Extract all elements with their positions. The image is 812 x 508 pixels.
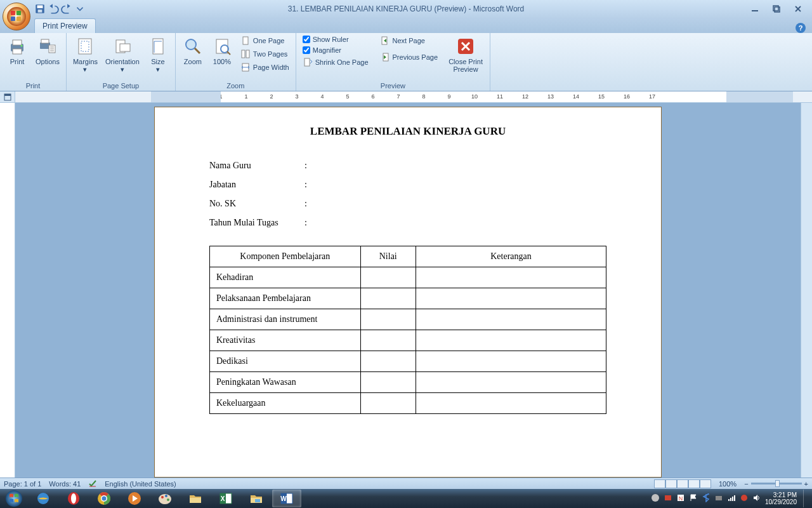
tray-bluetooth-icon[interactable] [702,493,710,504]
svg-rect-35 [4,94,11,96]
options-button[interactable]: Options [33,34,62,67]
svg-point-67 [161,496,164,498]
tray-icon[interactable] [651,493,660,504]
doc-heading: LEMBAR PENILAIAN KINERJA GURU [209,125,606,138]
page: LEMBAR PENILAIAN KINERJA GURU Nama Guru:… [154,107,662,478]
status-words[interactable]: Words: 41 [49,480,81,488]
tray-icon[interactable] [740,493,749,504]
quick-access-toolbar [34,3,86,15]
zoom-out-button[interactable]: − [744,480,748,488]
svg-rect-80 [665,495,671,500]
table-row: Kekeluargaan [210,393,606,414]
view-print-layout[interactable] [654,479,665,488]
svg-rect-21 [120,44,130,51]
zoom-level[interactable]: 100% [719,480,737,488]
svg-rect-30 [304,58,310,66]
svg-point-23 [186,39,196,50]
zoom-in-button[interactable]: + [804,480,808,488]
help-button[interactable]: ? [796,23,806,33]
tray-volume-icon[interactable] [752,493,761,504]
two-pages-button[interactable]: Two Pages [238,48,292,60]
zoom-100-button[interactable]: 100% [209,34,235,67]
show-desktop-button[interactable] [803,490,808,507]
status-bar: Page: 1 of 1 Words: 41 English (United S… [0,478,812,489]
svg-point-59 [71,493,76,504]
field-row: No. SK: [209,199,606,209]
svg-text:8: 8 [422,93,425,100]
table-row: Dedikasi [210,351,606,372]
print-button[interactable]: Print [4,34,30,67]
svg-rect-10 [775,7,780,12]
shrink-one-page-button[interactable]: Shrink One Page [300,56,371,69]
show-ruler-checkbox[interactable]: Show Ruler [300,34,371,44]
minimize-button[interactable] [747,4,763,14]
field-row: Jabatan: [209,180,606,190]
svg-text:N: N [679,495,683,502]
zoom-slider[interactable]: − + [744,480,808,488]
orientation-button[interactable]: Orientation▾ [103,34,142,75]
svg-rect-27 [242,50,245,58]
svg-point-66 [159,494,171,504]
redo-icon[interactable] [61,3,72,15]
taskbar-opera[interactable] [59,490,88,507]
maximize-button[interactable] [769,4,784,14]
ruler-corner[interactable] [0,91,15,102]
svg-text:X: X [221,495,225,502]
tab-print-preview[interactable]: Print Preview [34,18,96,33]
office-button[interactable] [3,3,30,30]
svg-rect-70 [190,498,201,503]
view-web-layout[interactable] [677,479,688,488]
taskbar-media-player[interactable] [120,490,149,507]
view-outline[interactable] [688,479,700,488]
view-full-screen[interactable] [665,479,677,488]
next-page-button[interactable]: Next Page [377,34,441,47]
magnifier-checkbox[interactable]: Magnifier [300,45,371,55]
group-zoom: Zoom 100% One Page Two Pages Page Width … [176,33,296,91]
svg-text:5: 5 [346,93,349,100]
tray-icon[interactable] [714,493,723,504]
tray-flag-icon[interactable] [689,493,698,504]
zoom-button[interactable]: Zoom [180,34,206,67]
vertical-ruler[interactable] [0,103,15,478]
taskbar-excel[interactable]: X [211,490,240,507]
taskbar-folder[interactable] [181,490,210,507]
horizontal-ruler[interactable]: 321 1234567891011121314151617 [151,91,793,102]
view-draft[interactable] [700,479,711,488]
group-print: Print Options Print [0,33,67,91]
status-language[interactable]: English (United States) [105,480,176,488]
svg-point-64 [102,497,107,501]
taskbar-explorer[interactable] [242,490,271,507]
margins-button[interactable]: Margins▾ [70,34,100,75]
svg-rect-12 [13,40,22,45]
undo-icon[interactable] [48,3,59,15]
tray-icon[interactable]: N [676,493,685,504]
close-preview-button[interactable]: Close Print Preview [445,34,486,75]
document-area: LEMBAR PENILAIAN KINERJA GURU Nama Guru:… [0,103,812,478]
svg-text:9: 9 [447,93,450,100]
one-page-button[interactable]: One Page [238,34,292,47]
close-button[interactable] [790,4,806,14]
svg-text:16: 16 [624,93,630,100]
proofing-icon[interactable] [88,479,97,489]
vertical-scrollbar[interactable] [801,103,812,478]
window-buttons [747,4,812,14]
tray-network-icon[interactable] [727,493,736,504]
svg-text:6: 6 [371,93,374,100]
taskbar-word[interactable]: W [272,490,301,507]
page-width-button[interactable]: Page Width [238,61,292,74]
svg-rect-16 [41,39,49,43]
size-button[interactable]: Size▾ [145,34,171,75]
taskbar-chrome[interactable] [89,490,119,507]
status-page[interactable]: Page: 1 of 1 [4,480,41,488]
svg-rect-8 [752,10,758,11]
taskbar-ie[interactable] [29,490,58,507]
start-button[interactable] [0,489,28,508]
tray-icon[interactable] [664,493,672,504]
tray-clock[interactable]: 3:21 PM 10/29/2020 [765,491,797,505]
page-container[interactable]: LEMBAR PENILAIAN KINERJA GURU Nama Guru:… [15,103,801,478]
field-row: Nama Guru: [209,161,606,171]
save-icon[interactable] [34,3,46,15]
taskbar-paint[interactable] [150,490,180,507]
qat-more-icon[interactable] [74,3,86,15]
previous-page-button[interactable]: Previous Page [377,51,441,64]
